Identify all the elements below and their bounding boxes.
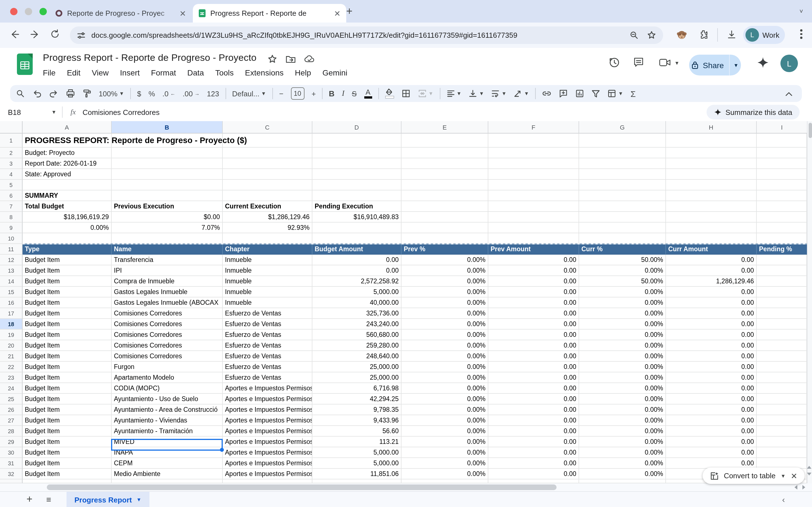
menu-item[interactable]: Data [187, 68, 204, 77]
cell-type[interactable]: Budget Item [22, 351, 112, 362]
document-title[interactable]: Progress Report - Reporte de Progreso - … [43, 52, 257, 64]
cell-chapter[interactable]: Aportes e Impuestos Permisos [223, 404, 312, 415]
cell-chapter[interactable]: Aportes e Impuestos Permisos [223, 447, 312, 458]
row-number[interactable]: 20 [0, 340, 22, 351]
tab-close-icon[interactable]: ✕ [180, 9, 186, 17]
cell-curr-pct[interactable]: 0.00% [579, 308, 666, 319]
cell-prev-pct[interactable]: 0.00% [402, 255, 488, 265]
cell-curr-pct[interactable]: 50.00% [579, 276, 666, 287]
row-number[interactable]: 15 [0, 287, 22, 297]
cell-curr-amount[interactable]: 0.00 [666, 340, 757, 351]
cell-type[interactable]: Budget Item [22, 372, 112, 383]
font-size-input[interactable]: 10 [291, 87, 304, 100]
menu-item[interactable]: Insert [120, 68, 140, 77]
table-header-cell[interactable]: Budget Amount [312, 244, 402, 255]
cell-name[interactable]: Comisiones Corredores [112, 351, 223, 362]
cell-curr-amount[interactable]: 0.00 [666, 330, 757, 340]
cell-curr-amount[interactable]: 0.00 [666, 351, 757, 362]
cell-pending-pct[interactable] [757, 362, 807, 372]
row-number[interactable]: 21 [0, 351, 22, 362]
cell-name[interactable]: Comisiones Corredores [112, 319, 223, 330]
sheet-tab-active[interactable]: Progress Report ▼ [66, 492, 149, 507]
cell-name[interactable]: Transferencia [112, 255, 223, 265]
cell-curr-pct[interactable]: 0.00% [579, 469, 666, 480]
cell-pending-pct[interactable] [757, 319, 807, 330]
table-views-button[interactable]: ▼ [607, 89, 623, 98]
cell-name[interactable]: Comisiones Corredores [112, 308, 223, 319]
collapse-panel-chevron-icon[interactable]: ‹ [782, 495, 785, 504]
cell-chapter[interactable]: Inmueble [223, 255, 312, 265]
cell-C8[interactable]: $1,286,129.46 [223, 212, 312, 223]
omnibox[interactable]: docs.google.com/spreadsheets/d/1WZ3Lu9HS… [70, 26, 663, 44]
row-number[interactable]: 25 [0, 394, 22, 404]
cell-C9[interactable]: 92.93% [223, 223, 312, 233]
cell-pending-pct[interactable] [757, 297, 807, 308]
cell-prev-amount[interactable]: 0.00 [488, 287, 579, 297]
row-number[interactable]: 3 [0, 158, 22, 169]
more-formats-button[interactable]: 123 [207, 89, 219, 98]
cell-type[interactable]: Budget Item [22, 404, 112, 415]
vertical-align-button[interactable]: ▼ [469, 90, 484, 98]
row-number[interactable]: 6 [0, 190, 22, 201]
share-dropdown-caret-icon[interactable]: ▼ [733, 62, 739, 68]
name-box-caret-icon[interactable]: ▼ [51, 109, 56, 115]
cell-chapter[interactable]: Aportes e Impuestos Permisos [223, 437, 312, 447]
scroll-down-arrow-icon[interactable] [807, 473, 811, 475]
cell-prev-pct[interactable]: 0.00% [402, 415, 488, 426]
cell-B9[interactable]: 7.07% [112, 223, 223, 233]
cell-curr-amount[interactable]: 0.00 [666, 404, 757, 415]
star-doc-icon[interactable] [267, 54, 277, 64]
row-number[interactable]: 2 [0, 148, 22, 158]
cell-name[interactable]: Gastos Legales Inmueble (ABOCAX [112, 297, 223, 308]
column-header[interactable]: I [757, 121, 807, 133]
cell-prev-pct[interactable]: 0.00% [402, 265, 488, 276]
cell-budget-amount[interactable]: 25,000.00 [312, 362, 402, 372]
cell-curr-pct[interactable]: 0.00% [579, 404, 666, 415]
cell-budget-amount[interactable]: 325,736.00 [312, 308, 402, 319]
redo-icon[interactable] [49, 89, 59, 98]
cell-prev-amount[interactable]: 0.00 [488, 276, 579, 287]
increase-font-size-button[interactable]: + [312, 89, 316, 98]
cell-curr-amount[interactable]: 0.00 [666, 265, 757, 276]
cell-prev-amount[interactable]: 0.00 [488, 469, 579, 480]
cell-pending-pct[interactable] [757, 351, 807, 362]
cell-budget-amount[interactable]: 243,240.00 [312, 319, 402, 330]
cell-prev-amount[interactable]: 0.00 [488, 372, 579, 383]
column-header[interactable]: D [312, 121, 402, 133]
cell-prev-amount[interactable]: 0.00 [488, 319, 579, 330]
cell-type[interactable]: Budget Item [22, 276, 112, 287]
all-sheets-button[interactable]: ≡ [46, 495, 51, 504]
cell-name[interactable]: Comisiones Corredores [112, 330, 223, 340]
summarize-data-button[interactable]: Summarize this data [706, 105, 800, 119]
cell-chapter[interactable]: Esfuerzo de Ventas [223, 308, 312, 319]
cell-type[interactable]: Budget Item [22, 415, 112, 426]
borders-button[interactable] [401, 89, 410, 98]
window-close-button[interactable] [10, 8, 17, 15]
row-number[interactable]: 27 [0, 415, 22, 426]
cell-curr-pct[interactable]: 0.00% [579, 340, 666, 351]
table-header-cell[interactable]: Chapter [223, 244, 312, 255]
cell-chapter[interactable]: Aportes e Impuestos Permisos [223, 426, 312, 437]
row-number[interactable]: 23 [0, 372, 22, 383]
fill-handle[interactable] [220, 448, 224, 452]
column-header[interactable]: G [579, 121, 666, 133]
format-currency-button[interactable]: $ [137, 89, 141, 98]
horizontal-align-button[interactable]: ▼ [446, 90, 462, 98]
user-avatar[interactable]: L [780, 55, 798, 72]
cell-name[interactable]: CEPM [112, 458, 223, 469]
cell-pending-pct[interactable] [757, 415, 807, 426]
cell-chapter[interactable]: Esfuerzo de Ventas [223, 330, 312, 340]
cell-curr-pct[interactable]: 50.00% [579, 255, 666, 265]
cell-type[interactable]: Budget Item [22, 297, 112, 308]
text-color-button[interactable]: A [364, 89, 372, 99]
column-header[interactable]: E [402, 121, 488, 133]
cell-name[interactable]: Comisiones Corredores [112, 340, 223, 351]
cell-chapter[interactable]: Esfuerzo de Ventas [223, 319, 312, 330]
cell-budget-amount[interactable]: 9,798.35 [312, 404, 402, 415]
cell-chapter[interactable]: Aportes e Impuestos Permisos [223, 458, 312, 469]
cell-curr-pct[interactable]: 0.00% [579, 415, 666, 426]
cell-name[interactable]: Ayuntamiento - Tramitación [112, 426, 223, 437]
select-all-corner[interactable] [0, 121, 22, 133]
menu-item[interactable]: Gemini [322, 68, 347, 77]
cell-name[interactable]: Ayuntamiento - Viviendas [112, 415, 223, 426]
